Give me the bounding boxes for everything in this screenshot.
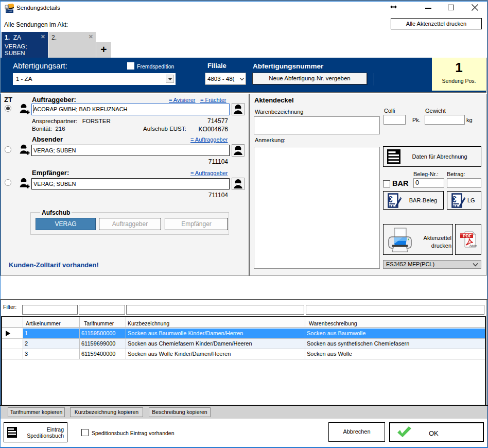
svg-text:€: €	[388, 195, 393, 204]
svg-text:Adobe: Adobe	[469, 244, 477, 247]
svg-text:PDF: PDF	[463, 233, 472, 238]
svg-text:€: €	[451, 195, 457, 204]
